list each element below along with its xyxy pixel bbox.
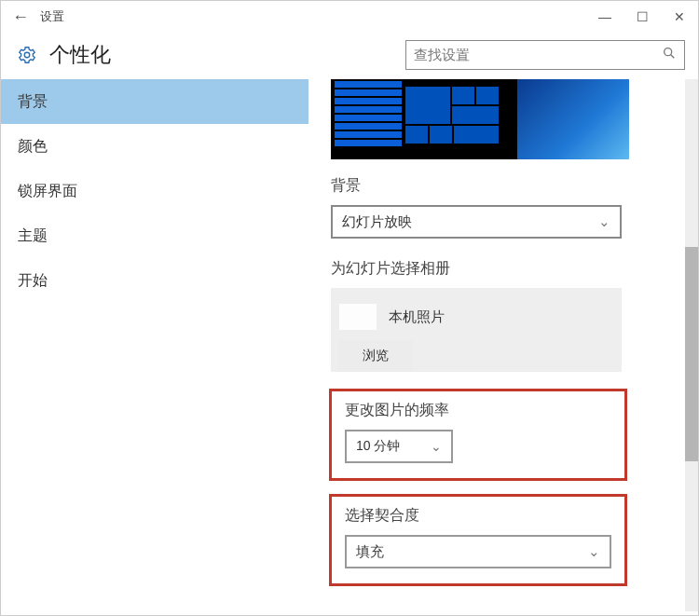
search-placeholder: 查找设置 [414, 47, 662, 64]
content-wrap: 背景 幻灯片放映 ⌄ 为幻灯片选择相册 本机照片 浏览 更改图片的频率 [308, 79, 698, 611]
content: 背景 幻灯片放映 ⌄ 为幻灯片选择相册 本机照片 浏览 更改图片的频率 [308, 79, 698, 611]
album-card: 本机照片 浏览 [331, 288, 622, 372]
chevron-down-icon: ⌄ [598, 213, 610, 230]
sidebar-item-label: 开始 [18, 271, 48, 291]
window-controls: — ☐ ✕ [586, 1, 698, 33]
album-section: 本机照片 浏览 [331, 288, 685, 372]
fit-dropdown[interactable]: 填充 ⌄ [345, 535, 611, 568]
maximize-button[interactable]: ☐ [624, 1, 661, 33]
desktop-preview [331, 79, 629, 159]
background-label: 背景 [331, 176, 685, 196]
back-button[interactable]: ← [7, 7, 34, 27]
chevron-down-icon: ⌄ [588, 543, 600, 560]
dropdown-value: 幻灯片放映 [342, 213, 412, 231]
gear-icon [14, 42, 40, 68]
window-titlebar: ← 设置 — ☐ ✕ [1, 1, 698, 33]
album-thumbnail [338, 303, 377, 331]
search-icon [662, 46, 677, 64]
sidebar: 背景 颜色 锁屏界面 主题 开始 [1, 79, 308, 611]
scrollbar-thumb[interactable] [685, 247, 699, 461]
fit-highlight: 选择契合度 填充 ⌄ [329, 494, 627, 586]
sidebar-item-label: 背景 [18, 92, 48, 112]
album-label: 为幻灯片选择相册 [331, 259, 685, 279]
window-title: 设置 [40, 8, 64, 25]
settings-header: 个性化 查找设置 [1, 33, 698, 79]
sidebar-item-lockscreen[interactable]: 锁屏界面 [1, 169, 308, 213]
close-button[interactable]: ✕ [661, 1, 698, 33]
dropdown-value: 10 分钟 [356, 438, 400, 455]
frequency-dropdown[interactable]: 10 分钟 ⌄ [345, 430, 453, 463]
frequency-label: 更改图片的频率 [345, 401, 611, 420]
search-input[interactable]: 查找设置 [405, 40, 685, 70]
sidebar-item-themes[interactable]: 主题 [1, 213, 308, 258]
dropdown-value: 填充 [356, 543, 384, 561]
vertical-scrollbar[interactable] [685, 79, 698, 611]
main-area: 背景 颜色 锁屏界面 主题 开始 [1, 79, 698, 611]
category-title: 个性化 [49, 41, 111, 69]
album-name: 本机照片 [389, 308, 445, 326]
svg-point-0 [24, 52, 30, 58]
sidebar-item-label: 主题 [18, 226, 48, 246]
chevron-down-icon: ⌄ [431, 439, 442, 454]
svg-line-2 [671, 55, 675, 59]
sidebar-item-colors[interactable]: 颜色 [1, 124, 308, 169]
svg-point-1 [665, 48, 672, 56]
browse-button[interactable]: 浏览 [338, 340, 413, 372]
sidebar-item-label: 颜色 [18, 137, 48, 157]
minimize-button[interactable]: — [586, 1, 624, 33]
sidebar-item-label: 锁屏界面 [18, 182, 77, 201]
background-dropdown[interactable]: 幻灯片放映 ⌄ [331, 205, 622, 239]
fit-label: 选择契合度 [345, 506, 611, 526]
sidebar-item-start[interactable]: 开始 [1, 258, 308, 303]
frequency-highlight: 更改图片的频率 10 分钟 ⌄ [329, 389, 627, 481]
sidebar-item-background[interactable]: 背景 [1, 79, 308, 124]
